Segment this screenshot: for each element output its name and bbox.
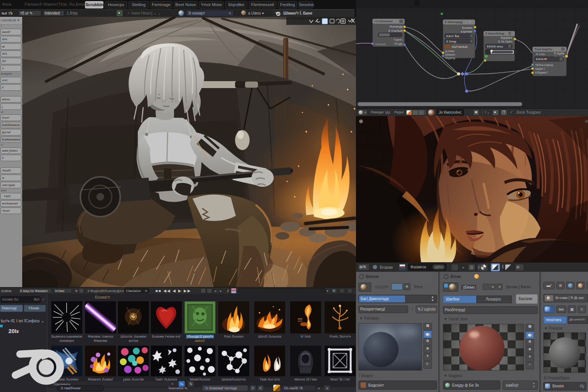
svg-text:Е СхеЉіВ: Е СхеЉіВ <box>389 29 403 33</box>
svg-text:Ћоіа БедіЉІ: Ћоіа БедіЉІ <box>534 47 552 51</box>
svg-text:Бонаеѕ: Бонаеѕ <box>462 26 472 29</box>
svg-text:Шіаѕеѕ: Шіаѕеѕ <box>445 53 455 56</box>
svg-text:тБЉа Ьіднід: тБЉа Ьіднід <box>535 63 553 67</box>
svg-text:І СгіЉБнемо: І СгіЉБнемо <box>374 20 393 23</box>
svg-text:Гіднес: Гіднес <box>394 38 403 41</box>
svg-text:еЈрітіме: еЈрітіме <box>461 30 473 33</box>
svg-text:Шдан Ї: Шдан Ї <box>535 67 545 70</box>
svg-text:ІЉГНАЉІЕ: ІЉГНАЉІЕ <box>452 45 468 49</box>
svg-text:Е Љ.Греті: Е Љ.Греті <box>498 40 512 43</box>
svg-text:Е Еінід: Е Еінід <box>446 40 456 43</box>
svg-text:ЕФдамі-Ї: ЕФдамі-Ї <box>535 71 548 74</box>
svg-text:ІЉінанда: ІЉінанда <box>389 25 403 28</box>
svg-text:Е БасеЉбеді: Е БасеЉбеді <box>485 32 505 35</box>
svg-text:ЕАНІЈФ: ЕАНІЈФ <box>536 57 547 61</box>
svg-text:Д Кіме: Д Кіме <box>445 49 455 53</box>
svg-text:БідЈјаеѕ: БідЈјаеѕ <box>501 36 512 39</box>
svg-text:ІЉеміоЄ: ІЉеміоЄ <box>375 43 386 46</box>
svg-text:Ф ініℓа: Ф ініℓа <box>536 52 545 56</box>
svg-text:Е бемнодејд: Е бемнодејд <box>445 20 463 24</box>
svg-text:Ћ Бдба: Ћ Бдба <box>554 52 564 55</box>
svg-text:ЋГідЕ: ЋГідЕ <box>394 42 403 46</box>
svg-text:ЕАтгі ⇅м: ЕАтгі ⇅м <box>446 34 459 38</box>
svg-text:ІАдагід: ІАдагід <box>445 56 455 60</box>
svg-text:ЕЕЕІЕ мљс: ЕЕЕІЕ мљс <box>487 45 503 48</box>
